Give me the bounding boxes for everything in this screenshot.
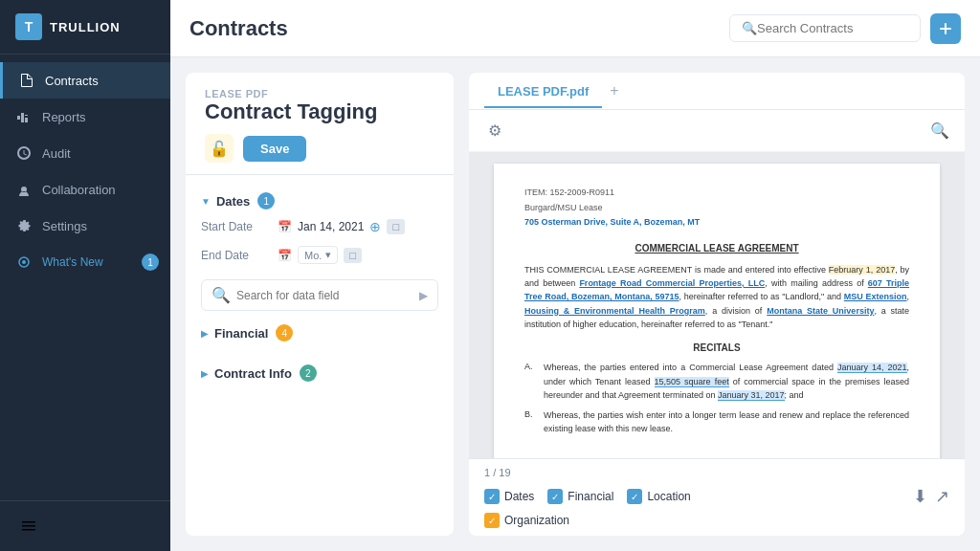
financial-section-label: Financial (214, 326, 268, 341)
financial-section-header[interactable]: ▶ Financial 4 (201, 319, 438, 347)
month-label: Mo. (304, 250, 322, 261)
end-date-value: 📅 Mo. ▾ □ (278, 246, 438, 264)
chart-icon (15, 108, 33, 125)
financial-arrow-icon: ▶ (201, 328, 209, 339)
search-icon: 🔍 (742, 21, 757, 35)
pdf-date-jan31: January 31, 2017 (718, 390, 785, 401)
pdf-panel: LEASE PDF.pdf + ⚙ 🔍 ITEM: 152-2009-R0911… (469, 73, 965, 536)
pdf-search-icon[interactable]: 🔍 (930, 121, 949, 140)
pdf-recital-a: A. Whereas, the parties entered into a C… (524, 361, 909, 402)
pdf-main-title: COMMERCIAL LEASE AGREEMENT (524, 241, 909, 255)
sidebar-item-audit[interactable]: Audit (0, 135, 170, 171)
audit-label: Audit (42, 146, 71, 161)
pdf-tab-active[interactable]: LEASE PDF.pdf (484, 75, 602, 108)
end-date-label: End Date (201, 249, 278, 262)
document-icon (18, 72, 35, 89)
pdf-org-msu: MSU Extension (844, 292, 907, 301)
tagging-title: Contract Tagging (205, 99, 434, 124)
start-date-toggle[interactable]: □ (387, 219, 405, 234)
pdf-date-highlight-feb: February 1, 2017 (829, 265, 895, 275)
sidebar-item-settings[interactable]: Settings (0, 208, 170, 244)
legend-org-check: ✓ (484, 513, 500, 528)
pdf-add-tab-button[interactable]: + (602, 73, 626, 109)
settings-label: Settings (42, 219, 87, 233)
end-date-toggle[interactable]: □ (344, 248, 362, 263)
tagging-panel: LEASE PDF Contract Tagging 🔓 Save ▼ Date… (186, 73, 454, 536)
contract-info-section-header[interactable]: ▶ Contract Info 2 (201, 359, 438, 387)
settings-gear-icon (15, 217, 33, 234)
svg-point-1 (22, 260, 26, 264)
start-date-plus-icon[interactable]: ⊕ (369, 219, 381, 234)
financial-count-badge: 4 (276, 324, 293, 342)
reports-label: Reports (42, 110, 86, 124)
content-area: LEASE PDF Contract Tagging 🔓 Save ▼ Date… (170, 57, 980, 551)
add-contract-button[interactable] (930, 13, 961, 44)
audit-icon (15, 144, 33, 162)
collaboration-label: Collaboration (42, 183, 116, 197)
pdf-toolbar: ⚙ 🔍 (469, 110, 965, 152)
pdf-body1: THIS COMMERCIAL LEASE AGREEMENT is made … (524, 263, 909, 332)
pdf-recital-b-label: B. (524, 408, 544, 436)
sidebar-bottom (0, 500, 170, 551)
top-bar: Contracts 🔍 (170, 0, 980, 57)
month-chevron-icon: ▾ (325, 249, 331, 261)
pdf-item-line3: 705 Osterman Drive, Suite A, Bozeman, MT (524, 216, 909, 230)
pdf-bottom-bar: 1 / 19 ✓ Dates ✓ Financial ✓ Location (469, 458, 965, 536)
legend-location-label: Location (647, 490, 690, 503)
logo-icon: T (15, 13, 42, 40)
sidebar-item-collaboration[interactable]: Collaboration (0, 171, 170, 208)
whats-new-badge: 1 (142, 253, 159, 271)
legend-location[interactable]: ✓ Location (627, 489, 690, 504)
tagging-body: ▼ Dates 1 Start Date 📅 Jan 14, 2021 ⊕ □ (186, 175, 454, 536)
star-icon (15, 253, 33, 271)
legend-organization[interactable]: ✓ Organization (484, 513, 569, 528)
search-box[interactable]: 🔍 (729, 14, 921, 42)
legend-financial[interactable]: ✓ Financial (547, 489, 613, 504)
save-button[interactable]: Save (243, 136, 306, 162)
sidebar-item-whats-new[interactable]: What's New 1 (0, 244, 170, 280)
start-date-text: Jan 14, 2021 (298, 220, 364, 233)
pdf-org-hep: Housing & Environmental Health Program (524, 306, 705, 316)
pdf-sqft: 15,505 square feet (655, 377, 729, 387)
legend-dates-label: Dates (504, 490, 534, 503)
calendar-icon: 📅 (278, 220, 292, 233)
data-field-search[interactable]: 🔍 ▶ (201, 279, 438, 311)
dates-section: ▼ Dates 1 Start Date 📅 Jan 14, 2021 ⊕ □ (201, 187, 438, 268)
dates-section-header[interactable]: ▼ Dates 1 (201, 187, 438, 215)
month-select[interactable]: Mo. ▾ (298, 246, 338, 264)
app-name: TRULLION (50, 20, 121, 34)
tagging-actions: 🔓 Save (205, 134, 434, 163)
pdf-content: ITEM: 152-2009-R0911 Burgard/MSU Lease 7… (469, 152, 965, 458)
sidebar-item-contracts[interactable]: Contracts (0, 62, 170, 99)
tagging-header: LEASE PDF Contract Tagging 🔓 Save (186, 73, 454, 175)
search-input[interactable] (757, 21, 908, 35)
contract-info-count-badge: 2 (300, 364, 317, 382)
contract-info-section-label: Contract Info (214, 366, 292, 381)
pdf-recitals-title: RECITALS (524, 341, 909, 355)
external-link-icon[interactable]: ↗ (935, 486, 949, 507)
pdf-page: ITEM: 152-2009-R0911 Burgard/MSU Lease 7… (494, 164, 940, 458)
contracts-label: Contracts (45, 74, 99, 88)
pdf-org-frontage: Frontage Road Commercial Properties, LLC (579, 278, 765, 288)
pdf-recital-b: B. Whereas, the parties wish enter into … (524, 408, 909, 436)
tagging-subtitle: LEASE PDF (205, 88, 434, 99)
download-icon[interactable]: ⬇ (913, 486, 927, 507)
search-field-input[interactable] (236, 289, 413, 302)
pdf-toolbar-left: ⚙ (484, 118, 505, 143)
dates-count-badge: 1 (257, 192, 275, 209)
legend-actions: ⬇ ↗ (913, 486, 949, 507)
main-content: Contracts 🔍 LEASE PDF Contract Tagging 🔓… (170, 0, 980, 551)
sidebar-item-reports[interactable]: Reports (0, 99, 170, 135)
legend-financial-check: ✓ (547, 489, 563, 504)
pdf-item-line1: ITEM: 152-2009-R0911 (524, 187, 909, 200)
menu-icon[interactable] (15, 513, 42, 540)
dates-arrow-icon: ▼ (201, 196, 211, 207)
pdf-tab-label: LEASE PDF.pdf (498, 84, 589, 99)
lock-icon[interactable]: 🔓 (205, 134, 234, 163)
start-date-value: 📅 Jan 14, 2021 ⊕ □ (278, 219, 438, 234)
pdf-settings-icon[interactable]: ⚙ (484, 118, 505, 143)
pdf-item-line2: Burgard/MSU Lease (524, 202, 909, 215)
legend-dates[interactable]: ✓ Dates (484, 489, 534, 504)
pdf-date-jan14: January 14, 2021 (837, 363, 907, 373)
legend-financial-label: Financial (568, 490, 613, 503)
